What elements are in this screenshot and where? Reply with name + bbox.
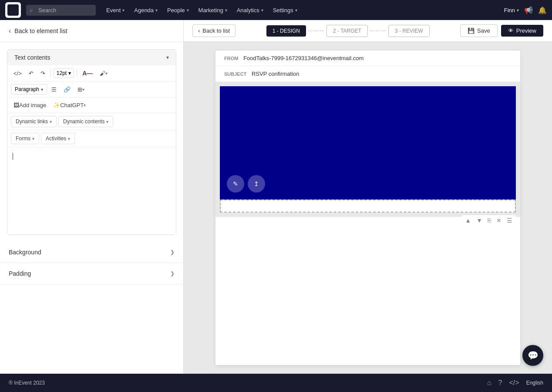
step-dots-2: ┈┈┈ <box>370 26 387 36</box>
chat-icon: 💬 <box>528 350 539 361</box>
text-editor[interactable] <box>7 147 176 234</box>
add-image-button[interactable]: 🖼 Add image <box>11 100 49 110</box>
link-button[interactable]: 🔗 <box>61 84 73 95</box>
save-button[interactable]: 💾 Save <box>460 24 498 37</box>
edit-icon-circle[interactable]: ✎ <box>227 175 244 193</box>
top-navigation: ⌕ Event ▾ Agenda ▾ People ▾ Marketing ▾ … <box>0 0 552 20</box>
code-button[interactable]: </> <box>11 68 24 78</box>
home-icon[interactable]: ⌂ <box>487 379 491 387</box>
copyright-text: ® InEvent 2023 <box>9 380 45 386</box>
chevron-down-icon: ▾ <box>50 119 52 124</box>
toolbar-row-2: Paragraph ▾ ☰ 🔗 ⊞ ▾ <box>7 81 176 98</box>
dynamic-links-button[interactable]: Dynamic links ▾ <box>11 116 57 127</box>
chevron-down-icon: ▾ <box>106 119 108 124</box>
chatgpt-button[interactable]: ✨ ChatGPT ▾ <box>50 100 88 110</box>
move-up-button[interactable]: ▲ <box>463 216 473 225</box>
nav-item-settings[interactable]: Settings ▾ <box>269 4 302 16</box>
nav-item-marketing[interactable]: Marketing ▾ <box>194 4 232 16</box>
language-selector[interactable]: English <box>526 380 543 386</box>
step-dots-1: ┈┈┈ <box>308 26 325 36</box>
nav-buttons: ‹ Back to list <box>192 24 236 37</box>
nav-item-event[interactable]: Event ▾ <box>102 4 129 16</box>
dynamic-contents-button[interactable]: Dynamic contents ▾ <box>58 116 113 127</box>
chevron-right-icon: ❯ <box>170 249 175 255</box>
background-section[interactable]: Background ❯ <box>0 242 183 263</box>
bullet-list-button[interactable]: ☰ <box>49 84 59 95</box>
email-content-block: ✎ ↥ ▲ ▼ ⎘ <box>220 86 516 213</box>
undo-button[interactable]: ↶ <box>26 68 36 78</box>
toolbar-row-3: 🖼 Add image ✨ ChatGPT ▾ <box>7 98 176 113</box>
toolbar-row-1: </> ↶ ↷ 12pt ▾ A 🖌 ▾ <box>7 65 176 81</box>
email-from-row: FROM FoodTalks-7999-1672931346@ineventma… <box>215 51 520 66</box>
email-card: FROM FoodTalks-7999-1672931346@ineventma… <box>215 51 520 365</box>
chevron-down-icon: ▾ <box>122 8 125 13</box>
sidebar: ‹ Back to element list Text contents ▾ <… <box>0 20 184 374</box>
pencil-icon: ✎ <box>233 180 238 187</box>
nav-right: Finn ▾ 📢 🔔 <box>504 6 547 14</box>
text-color-button[interactable]: A <box>80 68 95 78</box>
search-input[interactable] <box>26 5 96 16</box>
notification-icon[interactable]: 📢 <box>524 6 533 14</box>
app-logo[interactable] <box>5 2 21 18</box>
action-buttons: 💾 Save 👁 Preview <box>460 24 543 37</box>
page-footer: ® InEvent 2023 ⌂ ? </> English <box>0 374 552 392</box>
chevron-down-icon: ▾ <box>68 136 70 141</box>
step-3-button[interactable]: 3 - REVIEW <box>388 25 430 37</box>
redo-button[interactable]: ↷ <box>38 68 48 78</box>
table-button[interactable]: ⊞ ▾ <box>75 84 87 95</box>
forms-button[interactable]: Forms ▾ <box>11 133 39 144</box>
toolbar-row-5: Forms ▾ Activities ▾ <box>7 130 176 147</box>
move-down-button[interactable]: ▼ <box>475 216 484 225</box>
footer-right: ⌂ ? </> English <box>487 379 543 387</box>
email-block-controls: ▲ ▼ ⎘ ✕ ☰ <box>461 215 516 226</box>
help-icon[interactable]: ? <box>498 379 502 387</box>
text-cursor <box>13 153 13 160</box>
share-icon-circle[interactable]: ↥ <box>248 175 265 193</box>
highlight-button[interactable]: 🖌 ▾ <box>97 68 110 78</box>
chevron-down-icon: ▾ <box>295 8 297 13</box>
text-contents-panel: Text contents ▾ </> ↶ ↷ 12pt ▾ A <box>7 49 176 235</box>
preview-button[interactable]: 👁 Preview <box>501 25 543 37</box>
step-1-button[interactable]: 1 - DESIGN <box>266 25 306 37</box>
nav-item-analytics[interactable]: Analytics ▾ <box>232 4 268 16</box>
email-subject-row: SUBJECT RSVP confirmation <box>215 66 520 82</box>
eye-icon: 👁 <box>508 27 514 34</box>
chevron-right-icon: ❯ <box>170 270 175 277</box>
code-icon[interactable]: </> <box>509 379 519 387</box>
main-content: ‹ Back to list 1 - DESIGN ┈┈┈ 2 - TARGET… <box>184 20 552 374</box>
chevron-down-icon: ▾ <box>82 87 84 92</box>
email-dark-block[interactable]: ✎ ↥ <box>220 86 516 199</box>
chevron-down-icon: ▾ <box>261 8 263 13</box>
padding-section[interactable]: Padding ❯ <box>0 263 183 284</box>
steps-bar: 1 - DESIGN ┈┈┈ 2 - TARGET ┈┈┈ 3 - REVIEW <box>266 25 430 37</box>
chevron-down-icon: ▾ <box>187 8 189 13</box>
back-to-element-list-button[interactable]: ‹ Back to element list <box>0 20 183 42</box>
delete-button[interactable]: ✕ <box>495 216 503 225</box>
font-size-selector[interactable]: 12pt ▾ <box>54 68 74 78</box>
user-menu[interactable]: Finn ▾ <box>504 7 519 14</box>
step-2-button[interactable]: 2 - TARGET <box>326 25 368 37</box>
back-to-list-button[interactable]: ‹ Back to list <box>192 24 236 37</box>
chat-bubble-button[interactable]: 💬 <box>522 345 543 366</box>
divider <box>77 69 77 77</box>
chevron-down-icon: ▾ <box>155 8 158 13</box>
email-top-bar: ‹ Back to list 1 - DESIGN ┈┈┈ 2 - TARGET… <box>184 20 552 42</box>
activities-button[interactable]: Activities ▾ <box>41 133 75 144</box>
nav-item-people[interactable]: People ▾ <box>163 4 193 16</box>
bell-icon[interactable]: 🔔 <box>538 6 547 14</box>
email-body: ✎ ↥ ▲ ▼ ⎘ <box>215 82 520 217</box>
text-contents-header[interactable]: Text contents ▾ <box>7 50 176 65</box>
divider <box>50 69 51 77</box>
drag-button[interactable]: ☰ <box>505 216 514 225</box>
email-selected-text-block[interactable] <box>220 199 516 213</box>
back-arrow-icon: ‹ <box>9 27 11 35</box>
chevron-down-icon: ▾ <box>105 71 108 76</box>
chevron-down-icon: ▾ <box>68 70 71 76</box>
paragraph-selector[interactable]: Paragraph ▾ <box>11 84 47 95</box>
nav-item-agenda[interactable]: Agenda ▾ <box>130 4 162 16</box>
search-icon: ⌕ <box>30 7 33 13</box>
chevron-down-icon: ▾ <box>225 8 227 13</box>
chevron-down-icon: ▾ <box>32 136 34 141</box>
chevron-down-icon: ▾ <box>517 8 519 13</box>
duplicate-button[interactable]: ⎘ <box>486 216 493 225</box>
